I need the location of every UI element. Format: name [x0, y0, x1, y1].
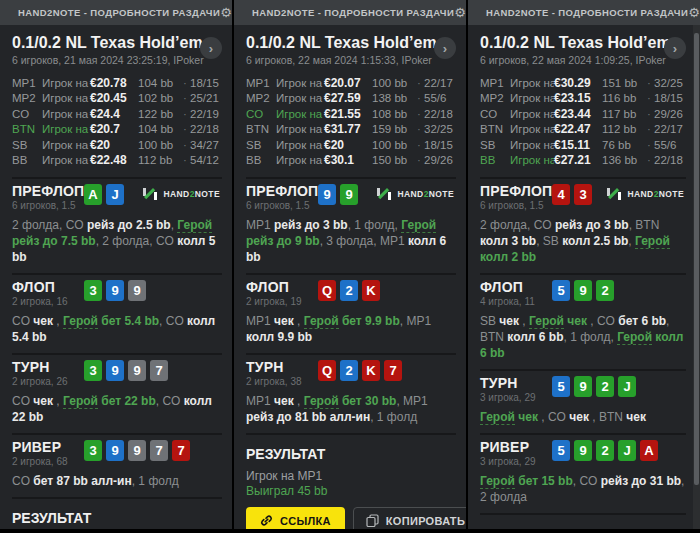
player-row[interactable]: BB Игрок на BB €30.1 150 bb · 29/26	[246, 153, 456, 169]
hero-link[interactable]: Герой	[63, 394, 98, 409]
action-segment: SB	[480, 314, 499, 328]
dot-separator: ·	[180, 154, 190, 166]
player-name: Игрок на MP2	[276, 92, 324, 104]
player-row[interactable]: MP1 Игрок на M €30.29 151 bb · 32/25	[480, 75, 686, 91]
street-info: 4 игрока, 11	[480, 296, 550, 307]
player-stats: 22/19	[190, 108, 222, 120]
player-row[interactable]: BB Игрок на BB €27.21 136 bb · 22/18	[480, 153, 686, 169]
window-titlebar[interactable]: HAND2NOTE - ПОДРОБНОСТИ РАЗДАЧИ ⚙ ×	[468, 0, 700, 25]
player-row[interactable]: BTN Игрок на B €20.7 104 bb · 22/18	[12, 122, 222, 138]
hero-link[interactable]: Герой	[529, 314, 564, 329]
street-label: ФЛОП	[12, 280, 82, 295]
street-section: ФЛОП 4 игрока, 11 592 SB чек , Герой чек…	[480, 273, 686, 369]
action-segment: , MP1	[400, 314, 431, 328]
action-segment: , BTN	[629, 218, 660, 232]
player-name: Игрок на SB	[276, 139, 324, 151]
player-row[interactable]: BB Игрок на B €22.48 112 bb · 54/12	[12, 153, 222, 169]
action-segment: чек	[274, 314, 294, 328]
card-J-diamond: J	[106, 184, 124, 205]
player-row[interactable]: MP2 Игрок на M €20.45 102 bb · 25/21	[12, 91, 222, 107]
player-stats: 18/15	[654, 92, 686, 104]
action-segment: колл 3 bb	[480, 234, 536, 248]
action-segment: , CO	[159, 314, 187, 328]
player-row[interactable]: MP2 Игрок на MP2 €27.59 138 bb · 55/6	[246, 91, 456, 107]
player-row[interactable]: CO Игрок на C €23.44 117 bb · 29/26	[480, 106, 686, 122]
hero-link[interactable]: Герой	[177, 218, 212, 233]
player-position: SB	[246, 139, 276, 151]
player-row[interactable]: MP2 Игрок на M €23.15 116 bb · 18/15	[480, 91, 686, 107]
dot-separator: ·	[644, 108, 654, 120]
player-stats: 22/17	[424, 77, 456, 89]
card-5-diamond: 5	[552, 376, 570, 397]
board-cards: 592JA	[552, 440, 658, 461]
street-actions: MP1 рейз до 3 bb, 1 фолд, Герой рейз до …	[246, 217, 456, 265]
action-segment: бет 87 bb алл-ин	[33, 474, 131, 488]
player-row[interactable]: SB Игрок на SB €15.11 76 bb · 55/6	[480, 137, 686, 153]
player-row[interactable]: CO Игрок на CO (I €21.55 108 bb · 22/18	[246, 106, 456, 122]
street-info: 2 игрока, 19	[246, 296, 316, 307]
player-row[interactable]: MP1 Игрок на MP1 €20.07 100 bb · 22/17	[246, 75, 456, 91]
chevron-right-icon[interactable]: ›	[664, 37, 686, 59]
player-stack: €23.44	[554, 107, 602, 121]
result-section: РЕЗУЛЬТАТ Игрок на CO Выиграл 33 bb ССЫЛ…	[12, 497, 222, 529]
scrollbar-thumb[interactable]	[694, 33, 699, 485]
action-segment: CO	[12, 474, 33, 488]
window-titlebar[interactable]: HAND2NOTE - ПОДРОБНОСТИ РАЗДАЧИ ⚙ ×	[234, 0, 466, 25]
hero-link[interactable]: Герой	[304, 314, 339, 329]
gear-icon[interactable]: ⚙	[220, 6, 232, 19]
player-row[interactable]: CO Игрок на C €24.4 122 bb · 22/19	[12, 106, 222, 122]
game-title: 0.1/0.2 NL Texas Hold’em	[12, 33, 200, 52]
street-actions: MP1 чек , Герой бет 30 bb, MP1 рейз до 8…	[246, 393, 456, 425]
chevron-right-icon[interactable]: ›	[434, 37, 456, 59]
player-row[interactable]: SB Игрок на S €20 100 bb · 34/27	[12, 137, 222, 153]
dot-separator: ·	[414, 108, 424, 120]
action-segment: колл 6 bb	[507, 330, 563, 344]
player-row[interactable]: BTN Игрок на BTN €31.77 159 bb · 32/25	[246, 122, 456, 138]
hand2note-logo-icon	[606, 187, 622, 201]
player-bb: 104 bb	[138, 77, 180, 89]
street-actions: Герой бет 15 bb, CO рейз до 31 bb, 2 фол…	[480, 473, 686, 505]
dot-separator: ·	[644, 139, 654, 151]
hero-link[interactable]: Герой	[480, 410, 515, 425]
board-cards: 39977	[84, 440, 190, 461]
player-bb: 112 bb	[602, 123, 644, 135]
action-segment: бет 22 bb	[98, 394, 156, 408]
window-title: HAND2NOTE - ПОДРОБНОСТИ РАЗДАЧИ	[18, 7, 220, 18]
hero-link[interactable]: Герой	[401, 218, 436, 233]
hand2note-logo-text: HAND2NOTE	[627, 189, 684, 199]
streets: ПРЕФЛОП 6 игроков, 1.5 AJ HAND2NOTE 2 фо…	[12, 177, 222, 497]
result-section: РЕЗУЛЬТАТ Игрок на MP1 Выиграл 45 bb ССЫ…	[246, 433, 456, 529]
hero-link[interactable]: Герой	[617, 330, 652, 345]
window-titlebar[interactable]: HAND2NOTE - ПОДРОБНОСТИ РАЗДАЧИ ⚙ ×	[0, 0, 232, 25]
player-row[interactable]: SB Игрок на SB €20 100 bb · 18/15	[246, 137, 456, 153]
action-segment: бет 15 bb	[515, 474, 573, 488]
copy-icon	[366, 514, 379, 527]
hero-link[interactable]: Герой	[635, 234, 670, 249]
chevron-right-icon[interactable]: ›	[200, 37, 222, 59]
gear-icon[interactable]: ⚙	[688, 6, 700, 19]
gear-icon[interactable]: ⚙	[454, 6, 466, 19]
player-name: Игрок на CO (I	[276, 108, 324, 120]
card-K-heart: K	[362, 280, 380, 301]
player-stack: €30.29	[554, 76, 602, 90]
result-player: Игрок на MP1	[246, 470, 456, 483]
street-label: ФЛОП	[246, 280, 316, 295]
hero-link[interactable]: Герой	[63, 314, 98, 329]
copy-button[interactable]: КОПИРОВАТЬ	[353, 507, 466, 529]
street-label: ПРЕФЛОП	[246, 184, 316, 199]
streets: ПРЕФЛОП 6 игроков, 1.5 43 HAND2NOTE 2 фо…	[480, 177, 686, 513]
action-segment: , 2 фолда, CO	[96, 234, 178, 248]
player-row[interactable]: BTN Игрок на BT €22.47 112 bb · 22/17	[480, 122, 686, 138]
scrollbar[interactable]	[693, 25, 700, 529]
hero-link[interactable]: Герой	[304, 394, 339, 409]
player-stack: €30.1	[324, 153, 372, 167]
card-9-diamond: 9	[318, 184, 336, 205]
link-button[interactable]: ССЫЛКА	[246, 507, 345, 529]
game-title: 0.1/0.2 NL Texas Hold’em	[480, 33, 664, 52]
player-stack: €24.4	[90, 107, 138, 121]
street-label: ТУРН	[480, 376, 550, 391]
player-row[interactable]: MP1 Игрок на M €20.78 104 bb · 18/15	[12, 75, 222, 91]
card-9-diamond: 9	[106, 360, 124, 381]
dot-separator: ·	[414, 123, 424, 135]
hero-link[interactable]: Герой	[480, 474, 515, 489]
